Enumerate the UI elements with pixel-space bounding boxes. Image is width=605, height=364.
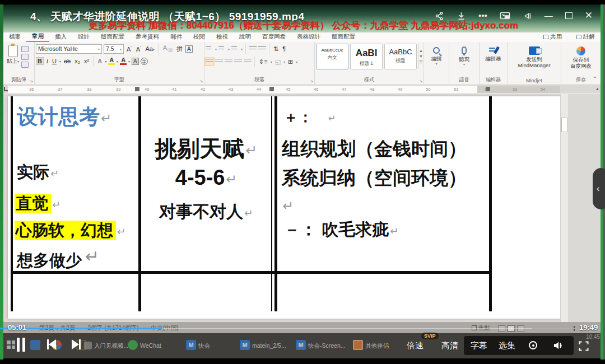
font-dialog-launcher[interactable]: ↘ — [199, 79, 203, 83]
align-left-icon[interactable] — [206, 58, 213, 65]
styles-dialog-launcher[interactable]: ↘ — [419, 79, 422, 83]
scrollbar-thumb[interactable] — [561, 118, 567, 132]
subscript-button[interactable]: x₂ — [73, 58, 81, 64]
table-column-marker[interactable] — [486, 87, 490, 91]
phonetic-guide-button[interactable]: 拼 — [175, 45, 184, 53]
superscript-button[interactable]: x² — [83, 58, 90, 64]
styles-gallery-more-icon[interactable]: ☰ — [419, 60, 422, 64]
decrease-indent-icon[interactable] — [249, 45, 257, 52]
strikethrough-button[interactable]: ab — [63, 58, 72, 64]
bold-button[interactable]: B — [36, 57, 44, 65]
clipboard-dialog-launcher[interactable]: ↘ — [30, 79, 33, 83]
character-shading-button[interactable]: A — [132, 58, 139, 65]
dictate-button[interactable]: 聽寫▾ — [450, 44, 478, 67]
send-to-mindmanager-button[interactable]: 发送到 MindManager — [509, 44, 560, 69]
matein-icon[interactable]: M — [240, 340, 250, 350]
font-color-button[interactable]: A — [120, 57, 127, 65]
taskbar-item-kuaihui-screen[interactable]: 快会-Screen... — [308, 342, 346, 350]
tab-file[interactable]: 檔案 — [3, 32, 26, 42]
tab-home[interactable]: 常用 — [26, 32, 49, 43]
share-document-button[interactable]: 共用 — [543, 33, 562, 41]
tab-insert[interactable]: 插入 — [49, 32, 72, 42]
tab-mailings[interactable]: 郵件 — [165, 32, 188, 42]
episodes-button[interactable]: 选集 — [499, 340, 515, 351]
hd-quality-button[interactable]: 高清 — [441, 340, 458, 351]
font-name-select[interactable]: Microsoft YaHe▾ — [36, 44, 102, 54]
paragraph-dialog-launcher[interactable]: ↘ — [310, 79, 313, 83]
styles-scroll-down-icon[interactable]: ▼ — [419, 54, 423, 58]
tab-view[interactable]: 檢視 — [211, 32, 234, 42]
sort-button[interactable]: ⇅ — [272, 45, 280, 53]
change-case-button[interactable]: Aa▾ — [144, 45, 155, 52]
taskbar-item-wechat[interactable]: WeChat — [140, 342, 161, 349]
paste-button[interactable]: 貼上▾ — [4, 44, 21, 68]
justify-icon[interactable] — [234, 58, 242, 65]
scroll-up-arrow-icon[interactable]: ▲ — [595, 87, 599, 91]
shrink-font-button[interactable]: Aˇ — [135, 45, 143, 53]
increase-indent-icon[interactable] — [258, 45, 266, 52]
horizontal-ruler[interactable]: 36 37 38 39 40 41 42 43 44 45 46 47 48 4… — [3, 85, 601, 94]
qitabanlv-icon[interactable] — [353, 340, 363, 350]
record-icon[interactable] — [529, 341, 537, 349]
format-painter-icon[interactable] — [21, 62, 29, 68]
wechat-icon[interactable] — [128, 340, 138, 350]
align-center-icon[interactable] — [215, 58, 223, 65]
copy-icon[interactable] — [21, 54, 29, 60]
text-effects-button[interactable]: A — [96, 58, 103, 64]
clear-formatting-button[interactable]: A⌫ — [162, 44, 174, 53]
next-video-button[interactable] — [72, 339, 81, 349]
windows-start-button[interactable] — [7, 340, 15, 349]
style-heading1[interactable]: AaBl 標題 1 — [350, 44, 383, 69]
taskbar-item-video[interactable]: 入门见视频... — [94, 342, 128, 350]
taskbar-app-icon[interactable] — [30, 340, 40, 350]
editor-button[interactable]: 編輯器 — [481, 44, 506, 62]
tab-references[interactable]: 參考資料 — [130, 32, 165, 42]
editing-button[interactable]: 編輯▾ — [425, 44, 448, 66]
kuaihui-screen-icon[interactable]: M — [296, 340, 306, 350]
pause-button[interactable] — [17, 338, 25, 352]
taskbar-item-matein[interactable]: matein_2/5... — [252, 342, 286, 349]
tab-help[interactable]: 說明 — [234, 32, 257, 42]
bullet-list-icon[interactable] — [206, 45, 213, 52]
grow-font-button[interactable]: Aˆ — [125, 45, 133, 53]
tab-table-layout[interactable]: 版面配置 — [326, 32, 361, 42]
shading-bucket-icon[interactable]: ◱ — [274, 58, 282, 66]
borders-button[interactable]: ⊞ — [287, 58, 294, 66]
line-spacing-button[interactable]: ⇕≡ — [258, 58, 269, 66]
tab-table-design[interactable]: 表格設計 — [291, 32, 326, 42]
table-column-marker[interactable] — [269, 87, 274, 91]
style-heading[interactable]: AaBbC 標題 — [384, 44, 417, 69]
distribute-icon[interactable] — [244, 58, 252, 65]
fullscreen-icon[interactable] — [578, 340, 589, 354]
italic-button[interactable]: I — [45, 58, 49, 64]
previous-video-button[interactable] — [47, 339, 56, 349]
save-to-baidu-button[interactable]: 保存到 百度网盘 — [562, 44, 599, 69]
volume-icon[interactable] — [552, 340, 565, 353]
maximize-button[interactable] — [565, 12, 573, 19]
enclose-characters-button[interactable]: 字 — [141, 58, 148, 65]
subtitles-button[interactable]: 字幕 — [471, 340, 487, 351]
taskbar-item-kuaihui[interactable]: 快会 — [198, 342, 210, 350]
table-column-marker[interactable] — [135, 87, 139, 91]
show-marks-button[interactable]: ¶ — [281, 45, 287, 52]
tab-layout[interactable]: 版面配置 — [95, 32, 130, 42]
numbered-list-icon[interactable] — [218, 45, 226, 52]
style-normal[interactable]: AaBbCcDc 內文 — [316, 44, 348, 69]
collapse-ribbon-icon[interactable]: ⌃ — [593, 76, 597, 82]
font-size-select[interactable]: 7.5▾ — [104, 44, 124, 54]
tab-baidu-netdisk[interactable]: 百度网盘 — [257, 32, 291, 42]
vertical-scrollbar[interactable] — [560, 94, 568, 322]
cut-icon[interactable] — [21, 46, 29, 52]
taskbar-item-qitabanlv[interactable]: 其他伴侣 — [365, 342, 389, 350]
align-right-icon[interactable] — [225, 58, 232, 65]
taskbar-app-icon[interactable] — [84, 342, 92, 349]
tab-review[interactable]: 校閱 — [188, 32, 211, 42]
underline-button[interactable]: U — [51, 58, 58, 64]
playlist-panel-toggle[interactable]: ‹ — [593, 168, 605, 209]
character-border-button[interactable]: A — [185, 45, 193, 53]
styles-scroll-up-icon[interactable]: ▲ — [419, 49, 423, 53]
playback-speed-button[interactable]: 倍速 — [407, 340, 424, 351]
kuaihui-icon[interactable]: M — [186, 340, 196, 350]
highlight-color-button[interactable]: A — [108, 57, 115, 65]
tab-design[interactable]: 設計 — [72, 32, 95, 42]
